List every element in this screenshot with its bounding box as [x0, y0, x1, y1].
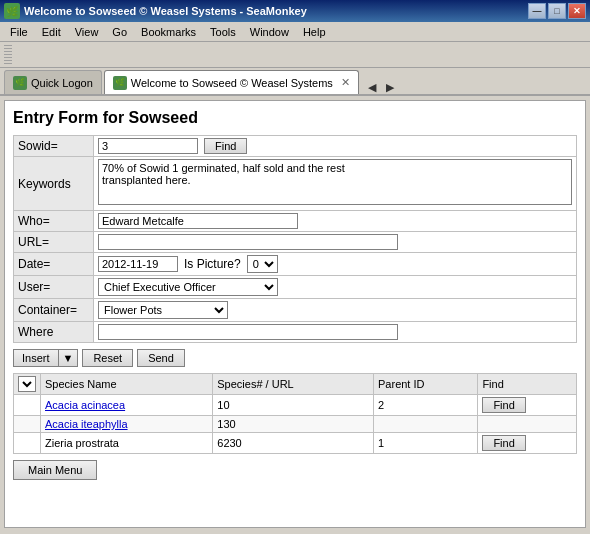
tab-icon-1: 🌿: [13, 76, 27, 90]
ispicture-select[interactable]: 0 1: [247, 255, 278, 273]
close-button[interactable]: ✕: [568, 3, 586, 19]
send-button[interactable]: Send: [137, 349, 185, 367]
table-dropdown-select[interactable]: [18, 376, 36, 392]
tab-label-1: Quick Logon: [31, 77, 93, 89]
col-find-header: Find: [478, 374, 577, 395]
tab-sowseed[interactable]: 🌿 Welcome to Sowseed © Weasel Systems ✕: [104, 70, 359, 94]
row1-species-name-cell: Acacia acinacea: [41, 395, 213, 416]
menu-help[interactable]: Help: [297, 24, 332, 40]
table-row: Acacia iteaphylla 130: [14, 416, 577, 433]
menu-window[interactable]: Window: [244, 24, 295, 40]
who-row: Who=: [14, 211, 577, 232]
date-value-cell: Is Picture? 0 1: [94, 253, 577, 276]
url-input[interactable]: [98, 234, 398, 250]
entry-form: Sowid= Find Keywords 70% of Sowid 1 germ…: [13, 135, 577, 343]
row2-species-link[interactable]: Acacia iteaphylla: [45, 418, 128, 430]
row3-species-url-cell: 6230: [213, 433, 374, 454]
col-species-name-header: Species Name: [41, 374, 213, 395]
date-label: Date=: [14, 253, 94, 276]
tab-close-button[interactable]: ✕: [341, 76, 350, 89]
date-input[interactable]: [98, 256, 178, 272]
container-select[interactable]: Flower Pots: [98, 301, 228, 319]
container-row: Container= Flower Pots: [14, 299, 577, 322]
col-species-url-header: Species# / URL: [213, 374, 374, 395]
maximize-button[interactable]: □: [548, 3, 566, 19]
title-bar: 🌿 Welcome to Sowseed © Weasel Systems - …: [0, 0, 590, 22]
url-row: URL=: [14, 232, 577, 253]
page-title: Entry Form for Sowseed: [13, 109, 577, 127]
table-row: Acacia acinacea 10 2 Find: [14, 395, 577, 416]
sowid-inline: Find: [98, 138, 572, 154]
url-value-cell: [94, 232, 577, 253]
user-row: User= Chief Executive Officer: [14, 276, 577, 299]
sowid-find-button[interactable]: Find: [204, 138, 247, 154]
container-label: Container=: [14, 299, 94, 322]
menu-tools[interactable]: Tools: [204, 24, 242, 40]
row1-species-url-cell: 10: [213, 395, 374, 416]
where-input[interactable]: [98, 324, 398, 340]
tab-bar: 🌿 Quick Logon 🌿 Welcome to Sowseed © Wea…: [0, 68, 590, 96]
table-header-row: Species Name Species# / URL Parent ID Fi…: [14, 374, 577, 395]
menu-bookmarks[interactable]: Bookmarks: [135, 24, 202, 40]
row2-species-name-cell: Acacia iteaphylla: [41, 416, 213, 433]
toolbar: [0, 42, 590, 68]
row2-find-cell: [478, 416, 577, 433]
minimize-button[interactable]: —: [528, 3, 546, 19]
keywords-textarea[interactable]: 70% of Sowid 1 germinated, half sold and…: [98, 159, 572, 205]
menu-go[interactable]: Go: [106, 24, 133, 40]
tab-icon-2: 🌿: [113, 76, 127, 90]
who-label: Who=: [14, 211, 94, 232]
user-label: User=: [14, 276, 94, 299]
row3-parent-id-cell: 1: [374, 433, 478, 454]
user-value-cell: Chief Executive Officer: [94, 276, 577, 299]
tab-label-2: Welcome to Sowseed © Weasel Systems: [131, 77, 333, 89]
bottom-bar: Main Menu: [13, 460, 577, 480]
row1-parent-id-cell: 2: [374, 395, 478, 416]
main-content: Entry Form for Sowseed Sowid= Find Keywo…: [4, 100, 586, 528]
row3-dropdown-cell: [14, 433, 41, 454]
url-label: URL=: [14, 232, 94, 253]
title-bar-buttons: — □ ✕: [528, 3, 586, 19]
action-bar: Insert ▼ Reset Send: [13, 349, 577, 367]
col-parent-id-header: Parent ID: [374, 374, 478, 395]
keywords-row: Keywords 70% of Sowid 1 germinated, half…: [14, 157, 577, 211]
where-row: Where: [14, 322, 577, 343]
row3-species-name-cell: Zieria prostrata: [41, 433, 213, 454]
reset-button[interactable]: Reset: [82, 349, 133, 367]
insert-group: Insert ▼: [13, 349, 78, 367]
insert-button[interactable]: Insert: [13, 349, 58, 367]
menu-bar: File Edit View Go Bookmarks Tools Window…: [0, 22, 590, 42]
window-title: Welcome to Sowseed © Weasel Systems - Se…: [24, 5, 307, 17]
row3-find-button[interactable]: Find: [482, 435, 525, 451]
insert-dropdown-button[interactable]: ▼: [58, 349, 79, 367]
tab-next-button[interactable]: ▶: [383, 81, 397, 94]
toolbar-handle: [4, 45, 12, 65]
tab-bar-end: ◀ ▶: [365, 81, 397, 94]
keywords-label: Keywords: [14, 157, 94, 211]
row1-find-cell: Find: [478, 395, 577, 416]
sowid-input[interactable]: [98, 138, 198, 154]
species-table: Species Name Species# / URL Parent ID Fi…: [13, 373, 577, 454]
tab-quick-logon[interactable]: 🌿 Quick Logon: [4, 70, 102, 94]
row2-parent-id-cell: [374, 416, 478, 433]
table-row: Zieria prostrata 6230 1 Find: [14, 433, 577, 454]
who-input[interactable]: [98, 213, 298, 229]
menu-edit[interactable]: Edit: [36, 24, 67, 40]
menu-file[interactable]: File: [4, 24, 34, 40]
user-select[interactable]: Chief Executive Officer: [98, 278, 278, 296]
title-bar-left: 🌿 Welcome to Sowseed © Weasel Systems - …: [4, 3, 307, 19]
app-icon: 🌿: [4, 3, 20, 19]
row1-find-button[interactable]: Find: [482, 397, 525, 413]
tab-prev-button[interactable]: ◀: [365, 81, 379, 94]
col-dropdown-header: [14, 374, 41, 395]
row1-species-link[interactable]: Acacia acinacea: [45, 399, 125, 411]
where-value-cell: [94, 322, 577, 343]
date-inline: Is Picture? 0 1: [98, 255, 572, 273]
menu-view[interactable]: View: [69, 24, 105, 40]
row2-dropdown-cell: [14, 416, 41, 433]
ispicture-label: Is Picture?: [184, 257, 241, 271]
where-label: Where: [14, 322, 94, 343]
main-menu-button[interactable]: Main Menu: [13, 460, 97, 480]
row3-find-cell: Find: [478, 433, 577, 454]
row2-species-url-cell: 130: [213, 416, 374, 433]
